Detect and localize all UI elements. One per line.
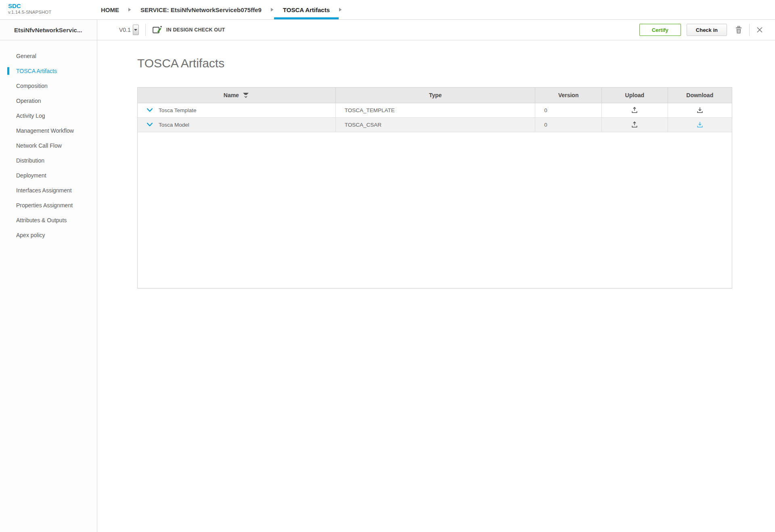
delete-button[interactable] xyxy=(733,24,744,35)
service-name-header: EtsiNfvNetworkServic... xyxy=(0,20,97,40)
toolbar-divider xyxy=(145,24,146,36)
version-label: V0.1 xyxy=(119,27,131,33)
app-logo: SDC v.1.14.5-SNAPSHOT xyxy=(0,0,92,19)
upload-icon xyxy=(630,106,639,114)
trash-icon xyxy=(735,26,742,34)
download-icon xyxy=(696,106,704,114)
sidebar-item-management-workflow[interactable]: Management Workflow xyxy=(0,123,97,138)
sidebar-item-distribution[interactable]: Distribution xyxy=(0,153,97,168)
page-title: TOSCA Artifacts xyxy=(137,56,775,70)
left-nav-sidebar: General TOSCA Artifacts Composition Oper… xyxy=(0,40,97,532)
top-nav-bar: SDC v.1.14.5-SNAPSHOT HOME SERVICE: Etsi… xyxy=(0,0,775,20)
sub-header-row: EtsiNfvNetworkServic... V0.1 IN DESIGN C… xyxy=(0,20,775,40)
artifact-type: TOSCA_CSAR xyxy=(335,117,535,132)
sidebar-item-general[interactable]: General xyxy=(0,48,97,63)
sidebar-item-label: Operation xyxy=(16,98,41,104)
artifact-name: Tosca Model xyxy=(159,122,189,128)
artifact-name: Tosca Template xyxy=(159,107,197,113)
sidebar-item-activity-log[interactable]: Activity Log xyxy=(0,108,97,123)
tosca-artifacts-table: Name Type Version Upload Download xyxy=(137,87,732,288)
breadcrumb-arrow-icon xyxy=(339,0,342,19)
artifact-type: TOSCA_TEMPLATE xyxy=(335,103,535,117)
expand-row-button[interactable] xyxy=(147,123,153,127)
column-header-download: Download xyxy=(668,88,732,103)
sidebar-item-label: Activity Log xyxy=(16,113,45,119)
chevron-down-icon xyxy=(147,123,153,127)
sidebar-item-attributes-outputs[interactable]: Attributes & Outputs xyxy=(0,213,97,227)
column-header-upload: Upload xyxy=(602,88,668,103)
check-in-button[interactable]: Check in xyxy=(687,24,727,36)
sidebar-item-operation[interactable]: Operation xyxy=(0,93,97,108)
table-row: Tosca Template TOSCA_TEMPLATE 0 xyxy=(138,103,732,117)
download-button[interactable] xyxy=(696,106,704,114)
breadcrumb-home[interactable]: HOME xyxy=(92,0,128,19)
version-spinner-icon xyxy=(134,29,137,31)
chevron-down-icon xyxy=(147,108,153,112)
breadcrumb-service[interactable]: SERVICE: EtsiNfvNetworkServiceb075ffe9 xyxy=(132,0,270,19)
column-header-name-label: Name xyxy=(224,92,239,98)
download-button[interactable] xyxy=(696,121,704,129)
checkout-icon xyxy=(152,25,162,34)
sidebar-item-network-call-flow[interactable]: Network Call Flow xyxy=(0,138,97,153)
close-icon xyxy=(756,27,763,33)
upload-button[interactable] xyxy=(630,106,639,114)
lifecycle-status-label: IN DESIGN CHECK OUT xyxy=(166,27,225,33)
breadcrumb: HOME SERVICE: EtsiNfvNetworkServiceb075f… xyxy=(92,0,342,19)
sidebar-item-label: Deployment xyxy=(16,172,46,179)
sidebar-item-label: Apex policy xyxy=(16,232,45,238)
sidebar-item-label: Network Call Flow xyxy=(16,142,62,149)
column-header-version: Version xyxy=(535,88,602,103)
app-logo-name: SDC xyxy=(8,3,92,9)
sidebar-item-tosca-artifacts[interactable]: TOSCA Artifacts xyxy=(0,63,97,78)
sidebar-item-label: Attributes & Outputs xyxy=(16,217,67,223)
artifact-version: 0 xyxy=(535,117,602,132)
sidebar-item-label: Interfaces Assignment xyxy=(16,187,72,194)
version-selector[interactable] xyxy=(133,25,139,35)
close-button[interactable] xyxy=(755,25,765,35)
download-icon xyxy=(696,121,704,129)
sidebar-item-label: General xyxy=(16,53,36,59)
expand-row-button[interactable] xyxy=(147,108,153,112)
breadcrumb-arrow-icon xyxy=(271,0,274,19)
sidebar-item-label: TOSCA Artifacts xyxy=(16,68,57,74)
upload-icon xyxy=(630,121,639,129)
sidebar-item-interfaces-assignment[interactable]: Interfaces Assignment xyxy=(0,183,97,198)
sidebar-item-deployment[interactable]: Deployment xyxy=(0,168,97,183)
column-header-type: Type xyxy=(335,88,535,103)
sidebar-item-label: Composition xyxy=(16,83,48,89)
artifact-version: 0 xyxy=(535,103,602,117)
sidebar-item-composition[interactable]: Composition xyxy=(0,78,97,93)
column-header-name[interactable]: Name xyxy=(138,88,335,103)
breadcrumb-service-label: SERVICE: EtsiNfvNetworkServiceb075ffe9 xyxy=(140,6,262,13)
toolbar-divider xyxy=(749,24,750,36)
toolbar-actions: Certify Check in xyxy=(639,24,765,36)
sidebar-item-apex-policy[interactable]: Apex policy xyxy=(0,227,97,242)
workspace-toolbar: V0.1 IN DESIGN CHECK OUT Certify Check i… xyxy=(97,20,775,40)
table-row: Tosca Model TOSCA_CSAR 0 xyxy=(138,117,732,132)
breadcrumb-tosca-artifacts[interactable]: TOSCA Artifacts xyxy=(274,0,339,19)
breadcrumb-tosca-artifacts-label: TOSCA Artifacts xyxy=(283,6,330,13)
sidebar-item-label: Management Workflow xyxy=(16,127,74,134)
main-content: TOSCA Artifacts Name xyxy=(97,40,775,532)
upload-button[interactable] xyxy=(630,121,639,129)
sidebar-item-properties-assignment[interactable]: Properties Assignment xyxy=(0,198,97,213)
sidebar-item-label: Properties Assignment xyxy=(16,202,73,209)
sidebar-item-label: Distribution xyxy=(16,157,44,164)
table-header-row: Name Type Version Upload Download xyxy=(138,88,732,103)
sort-icon xyxy=(242,92,249,98)
app-version-label: v.1.14.5-SNAPSHOT xyxy=(8,9,92,15)
certify-button[interactable]: Certify xyxy=(639,24,681,36)
breadcrumb-home-label: HOME xyxy=(101,6,119,13)
breadcrumb-arrow-icon xyxy=(128,0,131,19)
active-indicator xyxy=(7,67,9,75)
